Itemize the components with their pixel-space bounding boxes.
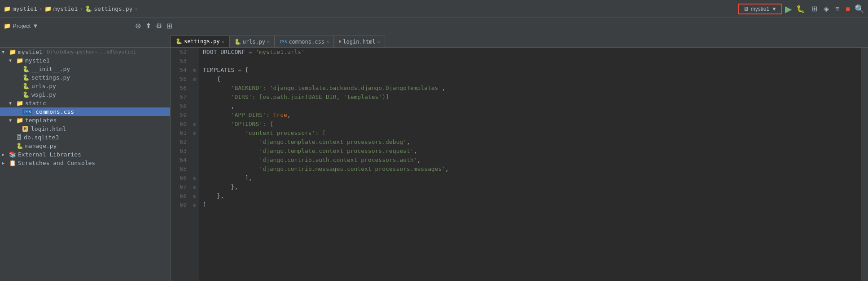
gutter-66: 66 xyxy=(174,174,187,183)
sidebar-label: __init__.py xyxy=(31,66,70,72)
python-icon: 🐍 xyxy=(22,91,30,98)
tab-urls-py[interactable]: 🐍 urls.py ✕ xyxy=(229,36,275,47)
tab-label-commons: commons.css xyxy=(289,39,324,45)
code-text: , xyxy=(287,111,291,120)
folder-icon: 📁 xyxy=(16,57,23,64)
fold-icon-61[interactable]: ⊟ xyxy=(192,130,198,136)
fold-icon-68[interactable]: ⊟ xyxy=(192,193,198,199)
fold-slot-60[interactable]: ⊟ xyxy=(190,120,199,129)
tab-settings-py[interactable]: 🐍 settings.py ✕ xyxy=(171,36,229,47)
sidebar-item-urls-py[interactable]: 🐍 urls.py xyxy=(0,82,170,90)
code-text: }, xyxy=(203,183,238,192)
code-line-52: ROOT_URLCONF = 'mystie1.urls' xyxy=(203,48,857,57)
fold-slot-55[interactable]: ⊟ xyxy=(190,75,199,84)
add-icon-button[interactable]: ⊕ xyxy=(133,21,143,31)
editor-area: 52 53 54 55 56 57 58 59 60 61 62 63 64 6… xyxy=(171,48,868,281)
arrow-icon: ▼ xyxy=(9,58,14,63)
sidebar-item-commons-css[interactable]: css commons.css xyxy=(0,107,170,116)
libraries-icon: 📚 xyxy=(9,151,16,158)
fold-slot-67[interactable]: ⊟ xyxy=(190,183,199,192)
fold-icon-60[interactable]: ⊟ xyxy=(192,121,198,127)
fold-slot-56 xyxy=(190,84,199,93)
fold-slot-66[interactable]: ⊟ xyxy=(190,174,199,183)
more-button[interactable]: ≡ xyxy=(833,4,841,14)
sidebar-item-external-libraries[interactable]: ▶ 📚 External Libraries xyxy=(0,150,170,159)
layout-icon-button[interactable]: ⊞ xyxy=(165,21,174,31)
fold-icon-66[interactable]: ⊟ xyxy=(192,175,198,181)
sidebar-label: static xyxy=(25,100,46,107)
tab-label-settings: settings.py xyxy=(184,38,219,45)
settings-icon-button[interactable]: ⚙ xyxy=(154,21,164,31)
fold-slot-54[interactable]: ⊟ xyxy=(190,66,199,75)
sidebar-label: manage.py xyxy=(25,143,57,149)
tab-close-login[interactable]: ✕ xyxy=(377,39,380,44)
breadcrumb-file: settings.py xyxy=(94,5,132,12)
sidebar-item-db-sqlite3[interactable]: 🗄 db.sqlite3 xyxy=(0,133,170,142)
code-text: 'django.contrib.auth.context_processors.… xyxy=(203,156,417,165)
sidebar-label: wsgi.py xyxy=(31,91,56,98)
fold-slot-63 xyxy=(190,147,199,156)
tabs-bar: 🐍 settings.py ✕ 🐍 urls.py ✕ CSS commons.… xyxy=(0,34,868,48)
gutter-53: 53 xyxy=(174,57,187,66)
fold-icon-69[interactable]: ⊟ xyxy=(192,202,198,208)
code-line-63: 'django.template.context_processors.requ… xyxy=(203,147,857,156)
tab-login-html[interactable]: H login.html ✕ xyxy=(334,36,385,47)
sidebar-item-mystie1-sub[interactable]: ▼ 📁 mystie1 xyxy=(0,56,170,65)
code-text: 'OPTIONS': { xyxy=(203,120,273,129)
sidebar-label: mystie1 xyxy=(18,49,43,55)
fold-icon-54[interactable]: ⊟ xyxy=(192,67,198,73)
main-layout: ▼ 📁 mystie1 D:\oldboy-python-...b0\mysti… xyxy=(0,48,868,281)
debug-button[interactable]: 🐛 xyxy=(794,4,807,14)
sidebar-item-login-html[interactable]: H login.html xyxy=(0,125,170,133)
code-text: 'DIRS': [os.path.join(BASE_DIR, 'templat… xyxy=(203,93,389,102)
sidebar-label: urls.py xyxy=(31,83,56,89)
tab-close-urls[interactable]: ✕ xyxy=(267,39,270,44)
code-text: 'mystie1.urls' xyxy=(255,48,305,57)
profile-button[interactable]: ◈ xyxy=(822,4,831,14)
code-text: { xyxy=(203,75,220,84)
line-gutter: 52 53 54 55 56 57 58 59 60 61 62 63 64 6… xyxy=(171,48,190,281)
code-content[interactable]: ROOT_URLCONF = 'mystie1.urls' TEMPLATES … xyxy=(199,48,861,281)
coverage-button[interactable]: ⊞ xyxy=(810,4,819,14)
toolbar-left: 📁 Project ▼ ⊕ ⬆ ⚙ ⊞ xyxy=(4,21,174,31)
fold-icon-67[interactable]: ⊟ xyxy=(192,184,198,190)
tab-label-urls: urls.py xyxy=(243,39,266,45)
run-config-icon: 🖥 xyxy=(743,6,749,12)
fold-slot-68[interactable]: ⊟ xyxy=(190,192,199,201)
tab-close-settings[interactable]: ✕ xyxy=(221,39,224,44)
tab-commons-css[interactable]: CSS commons.css ✕ xyxy=(275,36,334,47)
sidebar-item-manage-py[interactable]: 🐍 manage.py xyxy=(0,142,170,150)
code-text: 'BACKEND': 'django.template.backends.dja… xyxy=(203,84,442,93)
gutter-65: 65 xyxy=(174,165,187,174)
sidebar-item-templates[interactable]: ▼ 📁 templates xyxy=(0,116,170,125)
fold-slot-69[interactable]: ⊟ xyxy=(190,201,199,210)
code-line-56: 'BACKEND': 'django.template.backends.dja… xyxy=(203,84,857,93)
code-line-57: 'DIRS': [os.path.join(BASE_DIR, 'templat… xyxy=(203,93,857,102)
search-button[interactable]: 🔍 xyxy=(855,4,864,14)
fold-slot-61[interactable]: ⊟ xyxy=(190,129,199,138)
breadcrumb-sep2: › xyxy=(79,5,83,12)
python-icon: 🐍 xyxy=(22,83,30,89)
fold-gutter: ⊟ ⊟ ⊟ ⊟ ⊟ ⊟ xyxy=(190,48,199,281)
sidebar-item-static[interactable]: ▼ 📁 static xyxy=(0,99,170,107)
fold-icon-55[interactable]: ⊟ xyxy=(192,76,198,82)
sidebar-item-mystie1-root[interactable]: ▼ 📁 mystie1 D:\oldboy-python-...b0\mysti… xyxy=(0,48,170,56)
sidebar-item-wsgi-py[interactable]: 🐍 wsgi.py xyxy=(0,90,170,99)
gutter-55: 55 xyxy=(174,75,187,84)
run-button[interactable]: ▶ xyxy=(785,4,792,14)
tab-close-commons[interactable]: ✕ xyxy=(326,39,329,44)
sync-icon-button[interactable]: ⬆ xyxy=(144,21,153,31)
toolbar-icons: ⊕ ⬆ ⚙ ⊞ xyxy=(133,21,174,31)
python-icon: 🐍 xyxy=(85,5,92,12)
stop-button[interactable]: ■ xyxy=(844,4,852,14)
breadcrumb: 📁 mystie1 › 📁 mystie1 › 🐍 settings.py › xyxy=(4,5,138,12)
sidebar-label: External Libraries xyxy=(18,151,81,158)
sidebar-item-init-py[interactable]: 🐍 __init__.py xyxy=(0,65,170,73)
fold-slot-53 xyxy=(190,57,199,66)
sidebar-item-settings-py[interactable]: 🐍 settings.py xyxy=(0,73,170,82)
project-button[interactable]: 📁 Project ▼ xyxy=(4,22,38,29)
run-config-button[interactable]: 🖥 mystie1 ▼ xyxy=(738,4,782,14)
sidebar-label: templates xyxy=(25,117,57,124)
breadcrumb-root: mystie1 xyxy=(13,5,37,12)
sidebar-item-scratches[interactable]: ▶ 📋 Scratches and Consoles xyxy=(0,159,170,167)
